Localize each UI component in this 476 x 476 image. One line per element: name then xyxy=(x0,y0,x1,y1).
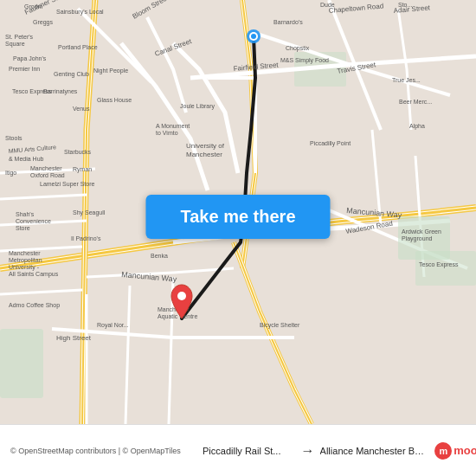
svg-text:Stools: Stools xyxy=(5,135,23,141)
svg-text:Manchester: Manchester xyxy=(186,151,222,158)
route-info: Piccadilly Rail St... → Alliance Manches… xyxy=(181,443,434,459)
svg-rect-4 xyxy=(415,251,476,286)
svg-text:& Media Hub: & Media Hub xyxy=(9,156,44,162)
svg-text:Bicycle Shelter: Bicycle Shelter xyxy=(260,322,300,329)
svg-text:Shy Seagull: Shy Seagull xyxy=(73,209,106,216)
svg-point-76 xyxy=(177,292,186,300)
svg-text:Lamelzi Super Store: Lamelzi Super Store xyxy=(40,181,95,188)
svg-text:to Vimto: to Vimto xyxy=(156,130,178,136)
svg-text:Shah's: Shah's xyxy=(16,211,35,217)
moovit-logo: m moovit xyxy=(434,442,476,460)
svg-text:St. Peter's: St. Peter's xyxy=(5,34,34,40)
svg-text:Benka: Benka xyxy=(151,253,168,259)
svg-text:Starbucks: Starbucks xyxy=(64,149,92,155)
svg-text:Glass House: Glass House xyxy=(97,97,132,103)
svg-point-75 xyxy=(251,34,256,39)
map-attribution: © OpenStreetMap contributors | © OpenMap… xyxy=(10,447,181,455)
svg-rect-2 xyxy=(0,329,43,398)
svg-text:Genting Club: Genting Club xyxy=(54,71,89,78)
moovit-name: moovit xyxy=(453,444,476,457)
map-container: Faulkner Street Bloom Street Canal Stree… xyxy=(0,0,476,424)
svg-text:Groom: Groom xyxy=(24,3,43,10)
svg-text:Aquatic Centre: Aquatic Centre xyxy=(158,313,197,320)
svg-text:True Jes...: True Jes... xyxy=(392,77,421,83)
svg-text:Manchester: Manchester xyxy=(30,165,62,171)
svg-text:Barrinatynes: Barrinatynes xyxy=(43,88,78,95)
svg-text:All Saints Campus: All Saints Campus xyxy=(9,271,59,278)
svg-text:Greggs: Greggs xyxy=(33,19,53,26)
svg-text:Convenience: Convenience xyxy=(16,218,51,224)
route-from: Piccadilly Rail St... xyxy=(188,446,296,456)
svg-text:Itigo: Itigo xyxy=(5,170,16,177)
svg-text:Royal Nor...: Royal Nor... xyxy=(97,322,129,329)
svg-text:A Monument: A Monument xyxy=(156,123,190,129)
svg-text:Alpha: Alpha xyxy=(409,123,425,130)
svg-text:Ryman: Ryman xyxy=(73,166,92,173)
svg-text:Store: Store xyxy=(16,225,30,231)
svg-text:Square: Square xyxy=(5,41,25,48)
svg-text:Beer Merc...: Beer Merc... xyxy=(399,99,432,105)
svg-text:Admo Coffee Shop: Admo Coffee Shop xyxy=(9,302,60,309)
svg-text:Sainsbury's Local: Sainsbury's Local xyxy=(56,9,104,16)
svg-text:Dude: Dude xyxy=(320,2,335,8)
svg-text:Ardwick Green: Ardwick Green xyxy=(402,228,441,235)
svg-text:Venus: Venus xyxy=(73,106,90,112)
svg-text:Metropolitan: Metropolitan xyxy=(9,257,42,264)
svg-text:Portland Place: Portland Place xyxy=(58,44,98,50)
svg-text:Playground: Playground xyxy=(402,235,433,242)
svg-text:Piccadilly Point: Piccadilly Point xyxy=(310,140,351,147)
svg-text:Oxford Road: Oxford Road xyxy=(30,172,65,178)
svg-text:Sto...: Sto... xyxy=(398,2,412,8)
svg-text:High Street: High Street xyxy=(56,334,92,342)
svg-text:Night People: Night People xyxy=(93,68,128,74)
svg-text:M&S Simply Food: M&S Simply Food xyxy=(280,57,329,64)
svg-text:Chopstix: Chopstix xyxy=(286,45,310,52)
svg-text:Papa John's: Papa John's xyxy=(13,55,47,62)
route-to: Alliance Manchester Business ... xyxy=(320,446,428,456)
svg-text:Joule Library: Joule Library xyxy=(180,103,215,110)
svg-text:Barnardo's: Barnardo's xyxy=(273,19,303,25)
svg-text:Tesco Express: Tesco Express xyxy=(419,261,459,268)
route-arrow-icon: → xyxy=(301,443,315,459)
moovit-m-icon: m xyxy=(434,442,452,460)
svg-text:University of: University of xyxy=(186,142,225,150)
svg-text:Premier Inn: Premier Inn xyxy=(9,66,40,72)
svg-text:Manchester: Manchester xyxy=(9,250,41,256)
svg-text:Il Padrino's: Il Padrino's xyxy=(71,235,101,241)
svg-text:University -: University - xyxy=(9,264,40,271)
take-me-there-button[interactable]: Take me there xyxy=(145,195,330,239)
bottom-bar: © OpenStreetMap contributors | © OpenMap… xyxy=(0,424,476,476)
